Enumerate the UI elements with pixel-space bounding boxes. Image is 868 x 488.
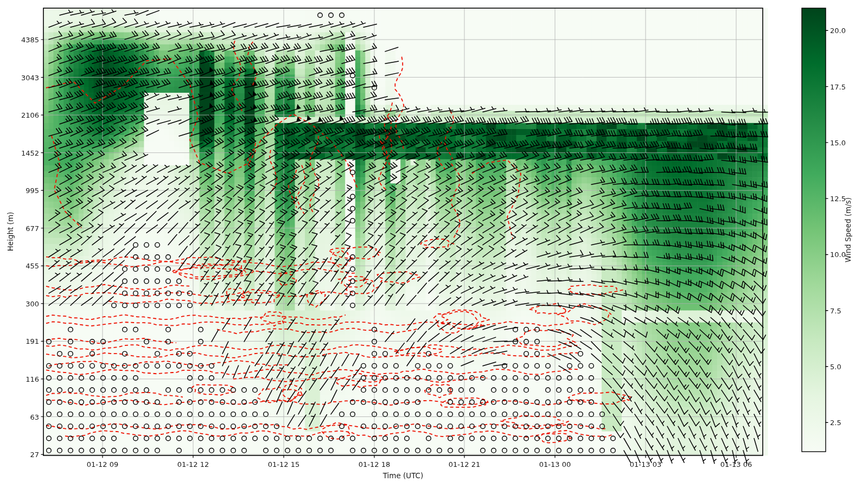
x-axis-label: Time (UTC)	[383, 471, 424, 480]
x-tick-label: 01-12 15	[268, 460, 299, 468]
wind-time-height-figure: 01-12 0901-12 1201-12 1501-12 1801-12 21…	[0, 0, 868, 488]
y-tick-label: 116	[13, 375, 39, 383]
colorbar-tick-label: 17.5	[830, 82, 846, 91]
colorbar-tick-label: 20.0	[830, 27, 846, 35]
y-tick-label: 3043	[13, 73, 39, 81]
x-tick-label: 01-13 06	[720, 460, 752, 468]
colorbar-tick-label: 7.5	[830, 306, 841, 314]
y-tick-label: 4385	[13, 36, 39, 44]
y-tick-label: 1452	[13, 149, 39, 157]
colorbar-tick-label: 2.5	[830, 419, 841, 427]
x-tick-label: 01-12 21	[449, 460, 480, 468]
x-tick-label: 01-12 18	[359, 460, 390, 468]
colorbar-tick-label: 15.0	[830, 138, 846, 146]
y-tick-label: 300	[13, 299, 39, 307]
wind-heatmap-canvas	[0, 0, 868, 488]
y-tick-label: 455	[13, 262, 39, 270]
x-tick-label: 01-12 12	[177, 460, 209, 468]
y-tick-label: 27	[13, 451, 39, 459]
y-tick-label: 2106	[13, 111, 39, 119]
y-tick-label: 63	[13, 413, 39, 421]
y-tick-label: 995	[13, 187, 39, 195]
colorbar-tick-label: 5.0	[830, 363, 841, 371]
x-tick-label: 01-12 09	[87, 460, 118, 468]
colorbar-label: Wind Speed (m/s)	[844, 197, 852, 262]
y-axis-label: Height (m)	[6, 212, 15, 252]
y-tick-label: 191	[13, 337, 39, 345]
x-tick-label: 01-13 03	[630, 460, 661, 468]
y-tick-label: 677	[13, 224, 39, 232]
x-tick-label: 01-13 00	[539, 460, 571, 468]
